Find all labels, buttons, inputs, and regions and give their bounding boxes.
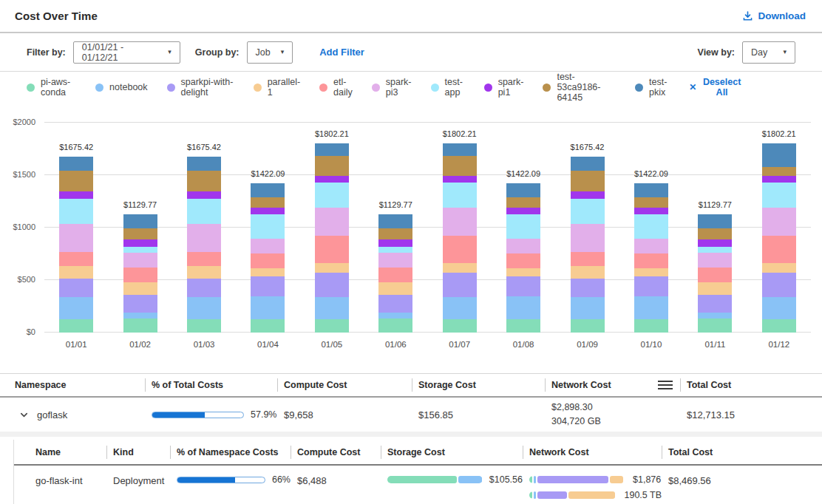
- bar-segment-sparkpi-with-delight[interactable]: [571, 279, 605, 297]
- bar-segment-test-53ca9186-64145[interactable]: [251, 197, 285, 208]
- bar-segment-pi-aws-conda[interactable]: [315, 319, 349, 333]
- bar-segment-sparkpi-with-delight[interactable]: [251, 276, 285, 296]
- bar-segment-test-53ca9186-64145[interactable]: [762, 167, 796, 175]
- col-header-total-cost[interactable]: Total Cost: [662, 440, 822, 464]
- bar-segment-test-app[interactable]: [634, 214, 668, 239]
- bar-segment-test-pkix[interactable]: [698, 214, 732, 229]
- bar-segment-test-53ca9186-64145[interactable]: [443, 156, 477, 176]
- legend-item-parallel-1[interactable]: parallel-1: [254, 77, 300, 98]
- bar-segment-etl-daily[interactable]: [187, 252, 221, 266]
- bar-segment-notebook[interactable]: [762, 297, 796, 319]
- col-header-kind[interactable]: Kind: [106, 440, 170, 464]
- bar-segment-parallel-1[interactable]: [187, 266, 221, 278]
- bar-segment-spark-pi3[interactable]: [634, 239, 668, 253]
- bar-segment-spark-pi1[interactable]: [698, 239, 732, 248]
- bar-segment-pi-aws-conda[interactable]: [378, 319, 412, 333]
- bar-segment-pi-aws-conda[interactable]: [251, 319, 285, 333]
- bar-segment-test-app[interactable]: [443, 183, 477, 208]
- bar-segment-pi-aws-conda[interactable]: [634, 319, 668, 333]
- bar-segment-etl-daily[interactable]: [123, 268, 157, 282]
- bar-segment-test-pkix[interactable]: [443, 143, 477, 156]
- bar-segment-spark-pi1[interactable]: [762, 176, 796, 183]
- col-header-total-cost[interactable]: Total Cost: [680, 374, 822, 396]
- bar-segment-etl-daily[interactable]: [59, 252, 93, 266]
- bar-segment-spark-pi3[interactable]: [251, 239, 285, 253]
- bar-segment-test-pkix[interactable]: [251, 183, 285, 197]
- bar-segment-test-pkix[interactable]: [315, 143, 349, 156]
- bar-segment-test-pkix[interactable]: [59, 157, 93, 171]
- bar-segment-parallel-1[interactable]: [315, 263, 349, 273]
- bar-segment-spark-pi3[interactable]: [59, 224, 93, 252]
- bar-segment-test-app[interactable]: [506, 214, 540, 239]
- bar-segment-spark-pi1[interactable]: [506, 208, 540, 215]
- column-menu-icon[interactable]: [658, 378, 673, 392]
- legend-item-spark-pi3[interactable]: spark-pi3: [372, 77, 412, 98]
- bar-segment-sparkpi-with-delight[interactable]: [123, 295, 157, 312]
- bar-segment-test-app[interactable]: [123, 247, 157, 253]
- stacked-bar-01/08[interactable]: [506, 183, 540, 333]
- bar-segment-test-app[interactable]: [59, 199, 93, 224]
- stacked-bar-01/11[interactable]: [698, 214, 732, 333]
- bar-segment-test-app[interactable]: [762, 183, 796, 208]
- bar-segment-pi-aws-conda[interactable]: [571, 319, 605, 333]
- bar-segment-notebook[interactable]: [698, 313, 732, 319]
- col-header-compute-cost[interactable]: Compute Cost: [277, 374, 412, 396]
- legend-item-test-app[interactable]: test-app: [431, 77, 465, 98]
- bar-segment-pi-aws-conda[interactable]: [59, 319, 93, 333]
- group-by-dropdown[interactable]: Job ▾: [247, 41, 293, 64]
- bar-segment-notebook[interactable]: [123, 313, 157, 319]
- bar-segment-test-app[interactable]: [698, 247, 732, 253]
- bar-segment-parallel-1[interactable]: [762, 263, 796, 273]
- bar-segment-parallel-1[interactable]: [698, 282, 732, 296]
- col-header-storage-cost[interactable]: Storage Cost: [412, 374, 545, 396]
- bar-segment-test-53ca9186-64145[interactable]: [123, 228, 157, 239]
- bar-segment-test-53ca9186-64145[interactable]: [571, 171, 605, 191]
- bar-segment-notebook[interactable]: [506, 296, 540, 319]
- bar-segment-pi-aws-conda[interactable]: [506, 319, 540, 333]
- bar-segment-sparkpi-with-delight[interactable]: [378, 295, 412, 312]
- bar-segment-pi-aws-conda[interactable]: [698, 319, 732, 333]
- bar-segment-pi-aws-conda[interactable]: [762, 319, 796, 333]
- bar-segment-spark-pi1[interactable]: [187, 191, 221, 199]
- bar-segment-spark-pi3[interactable]: [506, 239, 540, 253]
- col-header-network-cost[interactable]: Network Cost: [545, 374, 680, 396]
- bar-segment-test-53ca9186-64145[interactable]: [378, 228, 412, 239]
- add-filter-button[interactable]: Add Filter: [308, 41, 376, 63]
- bar-segment-test-53ca9186-64145[interactable]: [698, 228, 732, 239]
- legend-item-etl-daily[interactable]: etl-daily: [319, 77, 353, 98]
- deselect-all-button[interactable]: ✕ Deselect All: [689, 77, 742, 98]
- bar-segment-test-pkix[interactable]: [123, 214, 157, 229]
- bar-segment-notebook[interactable]: [634, 296, 668, 319]
- view-by-dropdown[interactable]: Day ▾: [742, 41, 795, 64]
- bar-segment-spark-pi1[interactable]: [571, 191, 605, 199]
- legend-item-notebook[interactable]: notebook: [95, 82, 147, 92]
- bar-segment-test-pkix[interactable]: [187, 157, 221, 171]
- bar-segment-sparkpi-with-delight[interactable]: [762, 273, 796, 298]
- bar-segment-etl-daily[interactable]: [443, 236, 477, 263]
- bar-segment-notebook[interactable]: [315, 297, 349, 319]
- bar-segment-pi-aws-conda[interactable]: [443, 319, 477, 333]
- date-range-dropdown[interactable]: 01/01/21 - 01/12/21 ▾: [73, 41, 180, 64]
- bar-segment-test-pkix[interactable]: [762, 143, 796, 167]
- col-header-namespace[interactable]: Namespace: [0, 374, 145, 396]
- legend-item-test-pkix[interactable]: test-pkix: [635, 77, 670, 98]
- bar-segment-sparkpi-with-delight[interactable]: [315, 273, 349, 298]
- col-header-percent-total-costs[interactable]: % of Total Costs: [145, 374, 277, 396]
- col-header-storage-cost[interactable]: Storage Cost: [381, 440, 523, 464]
- stacked-bar-01/02[interactable]: [123, 214, 157, 333]
- legend-item-test-53ca9186-64145[interactable]: test-53ca9186-64145: [543, 72, 616, 103]
- bar-segment-test-53ca9186-64145[interactable]: [187, 171, 221, 191]
- bar-segment-notebook[interactable]: [571, 297, 605, 319]
- bar-segment-spark-pi1[interactable]: [634, 208, 668, 215]
- chevron-down-icon[interactable]: [19, 410, 29, 420]
- legend-item-sparkpi-with-delight[interactable]: sparkpi-with-delight: [167, 77, 234, 98]
- bar-segment-etl-daily[interactable]: [251, 253, 285, 269]
- bar-segment-spark-pi3[interactable]: [123, 253, 157, 268]
- col-header-name[interactable]: Name: [14, 440, 106, 464]
- bar-segment-test-53ca9186-64145[interactable]: [506, 197, 540, 208]
- bar-segment-notebook[interactable]: [59, 297, 93, 319]
- bar-segment-spark-pi1[interactable]: [59, 191, 93, 199]
- bar-segment-etl-daily[interactable]: [762, 236, 796, 263]
- bar-segment-test-pkix[interactable]: [571, 157, 605, 171]
- legend-item-pi-aws-conda[interactable]: pi-aws-conda: [27, 77, 76, 98]
